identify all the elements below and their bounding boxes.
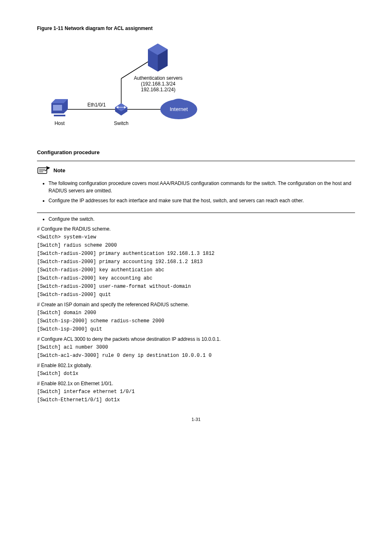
step-1-desc: # Configure the RADIUS scheme.	[37, 225, 355, 233]
cmd-line: [Switch-Ethernet1/0/1] dot1x	[37, 396, 355, 404]
step-4-desc: # Enable 802.1x globally.	[37, 362, 355, 369]
eth-label: Eth1/0/1	[88, 102, 106, 108]
switch-icon	[115, 103, 127, 116]
cmd-line: [Switch] interface ethernet 1/0/1	[37, 388, 355, 395]
auth-servers-label-2: (192.168.1.3/24	[141, 81, 175, 87]
internet-label: Internet	[170, 106, 188, 112]
figure-title: Figure 1-11 Network diagram for ACL assi…	[37, 25, 355, 32]
note-label: Note	[53, 166, 65, 175]
host-icon	[51, 99, 68, 116]
auth-servers-label-3: 192.168.1.2/24)	[141, 87, 175, 92]
cmd-line: [Switch-isp-2000] scheme radius-scheme 2…	[37, 317, 355, 325]
cmd-line: [Switch] dot1x	[37, 370, 355, 377]
svg-rect-9	[54, 115, 65, 116]
host-label: Host	[55, 120, 65, 126]
cmd-line: <Switch> system-view	[37, 234, 355, 241]
cmd-line: [Switch-radius-2000] key accounting abc	[37, 275, 355, 282]
auth-servers-label-1: Authentication servers	[134, 75, 183, 81]
cmd-line: [Switch] domain 2000	[37, 309, 355, 317]
configure-switch-bullet: Configure the switch.	[48, 215, 355, 223]
configuration-procedure-heading: Configuration procedure	[37, 148, 355, 157]
cmd-line: [Switch] acl number 3000	[37, 344, 355, 351]
page-number: 1-31	[37, 416, 355, 423]
cmd-line: [Switch-acl-adv-3000] rule 0 deny ip des…	[37, 352, 355, 359]
note-icon	[37, 165, 51, 176]
note-box: Note The following configuration procedu…	[37, 161, 355, 213]
cmd-line: [Switch-radius-2000] key authentication …	[37, 266, 355, 274]
cmd-line: [Switch-radius-2000] quit	[37, 291, 355, 298]
note-bullet-2: Configure the IP addresses for each inte…	[48, 197, 355, 204]
step-3-desc: # Configure ACL 3000 to deny the packets…	[37, 335, 355, 343]
cmd-line: [Switch] radius scheme 2000	[37, 242, 355, 249]
cmd-line: [Switch-radius-2000] user-name-format wi…	[37, 283, 355, 290]
switch-label: Switch	[114, 120, 128, 126]
step-5-desc: # Enable 802.1x on Ethernet 1/0/1.	[37, 380, 355, 387]
step-2-desc: # Create an ISP domain and specify the r…	[37, 301, 355, 308]
note-bullet-1: The following configuration procedure co…	[48, 180, 355, 194]
network-diagram: Authentication servers (192.168.1.3/24 1…	[37, 35, 355, 136]
cmd-line: [Switch-isp-2000] quit	[37, 326, 355, 333]
svg-rect-8	[53, 105, 62, 111]
cmd-line: [Switch-radius-2000] primary accounting …	[37, 258, 355, 266]
cmd-line: [Switch-radius-2000] primary authenticat…	[37, 250, 355, 257]
svg-line-24	[45, 169, 48, 171]
